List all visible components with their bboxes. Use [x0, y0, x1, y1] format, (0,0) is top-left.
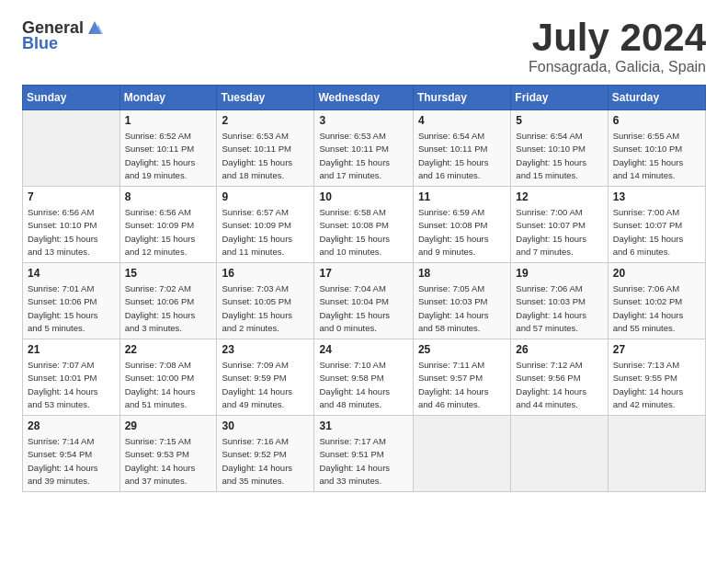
calendar-cell: 26Sunrise: 7:12 AMSunset: 9:56 PMDayligh… [511, 339, 608, 416]
day-number: 29 [125, 419, 212, 432]
day-number: 7 [28, 190, 115, 203]
calendar-cell: 9Sunrise: 6:57 AMSunset: 10:09 PMDayligh… [217, 187, 314, 263]
calendar-cell: 29Sunrise: 7:15 AMSunset: 9:53 PMDayligh… [119, 416, 217, 492]
day-info: Sunrise: 6:55 AMSunset: 10:10 PMDaylight… [613, 130, 700, 182]
day-info: Sunrise: 7:05 AMSunset: 10:03 PMDaylight… [418, 282, 506, 335]
day-info: Sunrise: 7:15 AMSunset: 9:53 PMDaylight:… [125, 435, 212, 488]
day-info: Sunrise: 6:53 AMSunset: 10:11 PMDaylight… [319, 130, 407, 182]
calendar-cell: 6Sunrise: 6:55 AMSunset: 10:10 PMDayligh… [608, 110, 705, 187]
calendar-cell: 1Sunrise: 6:52 AMSunset: 10:11 PMDayligh… [119, 110, 217, 187]
day-info: Sunrise: 7:14 AMSunset: 9:54 PMDaylight:… [28, 435, 115, 488]
day-number: 5 [516, 114, 602, 127]
day-info: Sunrise: 7:17 AMSunset: 9:51 PMDaylight:… [319, 435, 407, 488]
calendar-cell [608, 416, 705, 492]
day-number: 18 [418, 267, 506, 280]
calendar-cell: 22Sunrise: 7:08 AMSunset: 10:00 PMDaylig… [119, 339, 217, 416]
calendar-cell: 20Sunrise: 7:06 AMSunset: 10:02 PMDaylig… [608, 263, 705, 339]
day-info: Sunrise: 7:12 AMSunset: 9:56 PMDaylight:… [516, 359, 602, 411]
day-number: 10 [319, 190, 407, 203]
day-number: 27 [613, 343, 700, 356]
calendar-cell: 12Sunrise: 7:00 AMSunset: 10:07 PMDaylig… [511, 187, 608, 263]
weekday-header-thursday: Thursday [413, 86, 510, 110]
day-info: Sunrise: 6:57 AMSunset: 10:09 PMDaylight… [222, 206, 309, 259]
day-number: 23 [222, 343, 309, 356]
day-info: Sunrise: 7:10 AMSunset: 9:58 PMDaylight:… [319, 359, 407, 411]
weekday-header-wednesday: Wednesday [314, 86, 413, 110]
calendar-cell: 18Sunrise: 7:05 AMSunset: 10:03 PMDaylig… [413, 263, 510, 339]
calendar-week-4: 21Sunrise: 7:07 AMSunset: 10:01 PMDaylig… [23, 339, 706, 416]
logo-icon [85, 17, 105, 38]
calendar-cell: 5Sunrise: 6:54 AMSunset: 10:10 PMDayligh… [511, 110, 608, 187]
calendar-cell: 4Sunrise: 6:54 AMSunset: 10:11 PMDayligh… [413, 110, 510, 187]
calendar-cell: 11Sunrise: 6:59 AMSunset: 10:08 PMDaylig… [413, 187, 510, 263]
calendar-cell: 16Sunrise: 7:03 AMSunset: 10:05 PMDaylig… [217, 263, 314, 339]
calendar-cell: 27Sunrise: 7:13 AMSunset: 9:55 PMDayligh… [608, 339, 705, 416]
day-number: 11 [418, 190, 506, 203]
calendar-week-3: 14Sunrise: 7:01 AMSunset: 10:06 PMDaylig… [23, 263, 706, 339]
day-number: 26 [516, 343, 602, 356]
day-info: Sunrise: 6:53 AMSunset: 10:11 PMDaylight… [222, 130, 309, 182]
day-number: 6 [613, 114, 700, 127]
day-info: Sunrise: 7:16 AMSunset: 9:52 PMDaylight:… [222, 435, 309, 488]
calendar-cell: 3Sunrise: 6:53 AMSunset: 10:11 PMDayligh… [314, 110, 413, 187]
day-number: 1 [125, 114, 212, 127]
day-number: 16 [222, 267, 309, 280]
day-info: Sunrise: 6:59 AMSunset: 10:08 PMDaylight… [418, 206, 506, 259]
day-info: Sunrise: 6:58 AMSunset: 10:08 PMDaylight… [319, 206, 407, 259]
calendar-week-1: 1Sunrise: 6:52 AMSunset: 10:11 PMDayligh… [23, 110, 706, 187]
day-info: Sunrise: 7:07 AMSunset: 10:01 PMDaylight… [28, 359, 115, 411]
calendar-week-5: 28Sunrise: 7:14 AMSunset: 9:54 PMDayligh… [23, 416, 706, 492]
day-number: 28 [28, 419, 115, 432]
day-number: 21 [28, 343, 115, 356]
calendar-cell: 30Sunrise: 7:16 AMSunset: 9:52 PMDayligh… [217, 416, 314, 492]
calendar-cell [511, 416, 608, 492]
calendar-cell [23, 110, 120, 187]
weekday-header-row: SundayMondayTuesdayWednesdayThursdayFrid… [23, 86, 706, 110]
day-info: Sunrise: 7:13 AMSunset: 9:55 PMDaylight:… [613, 359, 700, 411]
page-header: General Blue July 2024 Fonsagrada, Galic… [22, 18, 706, 75]
day-info: Sunrise: 7:11 AMSunset: 9:57 PMDaylight:… [418, 359, 506, 411]
calendar-cell: 13Sunrise: 7:00 AMSunset: 10:07 PMDaylig… [608, 187, 705, 263]
day-number: 2 [222, 114, 309, 127]
day-info: Sunrise: 6:54 AMSunset: 10:11 PMDaylight… [418, 130, 506, 182]
calendar-cell: 7Sunrise: 6:56 AMSunset: 10:10 PMDayligh… [23, 187, 120, 263]
day-number: 31 [319, 419, 407, 432]
calendar-cell: 31Sunrise: 7:17 AMSunset: 9:51 PMDayligh… [314, 416, 413, 492]
calendar-table: SundayMondayTuesdayWednesdayThursdayFrid… [22, 85, 706, 492]
calendar-week-2: 7Sunrise: 6:56 AMSunset: 10:10 PMDayligh… [23, 187, 706, 263]
day-info: Sunrise: 6:56 AMSunset: 10:10 PMDaylight… [28, 206, 115, 259]
day-info: Sunrise: 7:04 AMSunset: 10:04 PMDaylight… [319, 282, 407, 335]
day-number: 25 [418, 343, 506, 356]
calendar-cell: 24Sunrise: 7:10 AMSunset: 9:58 PMDayligh… [314, 339, 413, 416]
day-info: Sunrise: 6:54 AMSunset: 10:10 PMDaylight… [516, 130, 602, 182]
day-number: 20 [613, 267, 700, 280]
calendar-cell [413, 416, 510, 492]
calendar-cell: 2Sunrise: 6:53 AMSunset: 10:11 PMDayligh… [217, 110, 314, 187]
day-number: 19 [516, 267, 602, 280]
day-info: Sunrise: 7:03 AMSunset: 10:05 PMDaylight… [222, 282, 309, 335]
day-number: 30 [222, 419, 309, 432]
day-number: 3 [319, 114, 407, 127]
day-info: Sunrise: 7:00 AMSunset: 10:07 PMDaylight… [516, 206, 602, 259]
day-info: Sunrise: 7:08 AMSunset: 10:00 PMDaylight… [125, 359, 212, 411]
day-info: Sunrise: 7:00 AMSunset: 10:07 PMDaylight… [613, 206, 700, 259]
location-subtitle: Fonsagrada, Galicia, Spain [529, 59, 706, 75]
day-info: Sunrise: 6:52 AMSunset: 10:11 PMDaylight… [125, 130, 212, 182]
weekday-header-saturday: Saturday [608, 86, 705, 110]
calendar-cell: 25Sunrise: 7:11 AMSunset: 9:57 PMDayligh… [413, 339, 510, 416]
day-info: Sunrise: 6:56 AMSunset: 10:09 PMDaylight… [125, 206, 212, 259]
day-number: 24 [319, 343, 407, 356]
calendar-cell: 17Sunrise: 7:04 AMSunset: 10:04 PMDaylig… [314, 263, 413, 339]
calendar-cell: 8Sunrise: 6:56 AMSunset: 10:09 PMDayligh… [119, 187, 217, 263]
day-number: 22 [125, 343, 212, 356]
day-info: Sunrise: 7:01 AMSunset: 10:06 PMDaylight… [28, 282, 115, 335]
calendar-cell: 19Sunrise: 7:06 AMSunset: 10:03 PMDaylig… [511, 263, 608, 339]
day-number: 15 [125, 267, 212, 280]
day-info: Sunrise: 7:06 AMSunset: 10:02 PMDaylight… [613, 282, 700, 335]
day-number: 12 [516, 190, 602, 203]
calendar-cell: 28Sunrise: 7:14 AMSunset: 9:54 PMDayligh… [23, 416, 120, 492]
title-area: July 2024 Fonsagrada, Galicia, Spain [529, 18, 706, 75]
day-number: 13 [613, 190, 700, 203]
day-info: Sunrise: 7:02 AMSunset: 10:06 PMDaylight… [125, 282, 212, 335]
weekday-header-monday: Monday [119, 86, 217, 110]
